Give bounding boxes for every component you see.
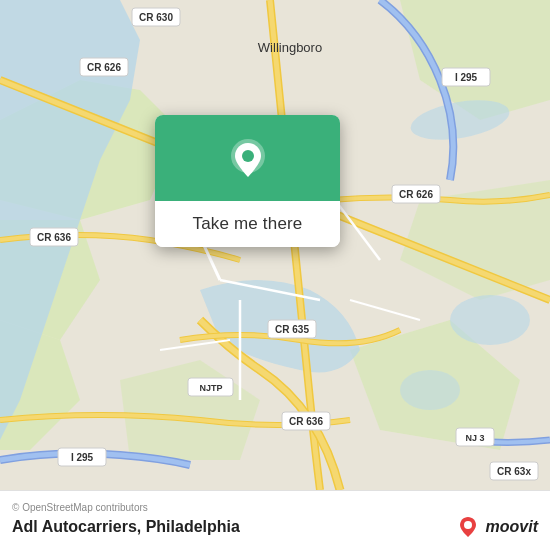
location-popup: Take me there (155, 115, 340, 247)
svg-text:CR 626: CR 626 (399, 189, 433, 200)
svg-text:CR 636: CR 636 (37, 232, 71, 243)
svg-text:CR 635: CR 635 (275, 324, 309, 335)
location-city: Philadelphia (146, 518, 240, 535)
svg-text:I 295: I 295 (455, 72, 478, 83)
svg-text:CR 626: CR 626 (87, 62, 121, 73)
location-title: Adl Autocarriers, Philadelphia (12, 518, 240, 536)
svg-point-9 (450, 295, 530, 345)
svg-point-45 (242, 150, 254, 162)
svg-point-10 (400, 370, 460, 410)
map-area[interactable]: CR 630 I 295 CR 626 CR 636 CR 626 CR 635… (0, 0, 550, 490)
location-row: Adl Autocarriers, Philadelphia moovit (12, 515, 538, 539)
svg-text:I 295: I 295 (71, 452, 94, 463)
svg-text:NJ 3: NJ 3 (465, 433, 484, 443)
take-me-there-button[interactable]: Take me there (155, 201, 340, 247)
svg-text:CR 636: CR 636 (289, 416, 323, 427)
svg-point-46 (464, 521, 472, 529)
moovit-label: moovit (486, 518, 538, 536)
svg-text:CR 63x: CR 63x (497, 466, 531, 477)
svg-text:CR 630: CR 630 (139, 12, 173, 23)
bottom-bar: © OpenStreetMap contributors Adl Autocar… (0, 490, 550, 550)
copyright-text: © OpenStreetMap contributors (12, 502, 538, 513)
svg-text:NJTP: NJTP (199, 383, 222, 393)
popup-header (155, 115, 340, 201)
location-name: Adl Autocarriers (12, 518, 137, 535)
moovit-pin-icon (456, 515, 480, 539)
moovit-logo: moovit (456, 515, 538, 539)
svg-text:Willingboro: Willingboro (258, 40, 322, 55)
location-pin-icon (225, 137, 271, 183)
